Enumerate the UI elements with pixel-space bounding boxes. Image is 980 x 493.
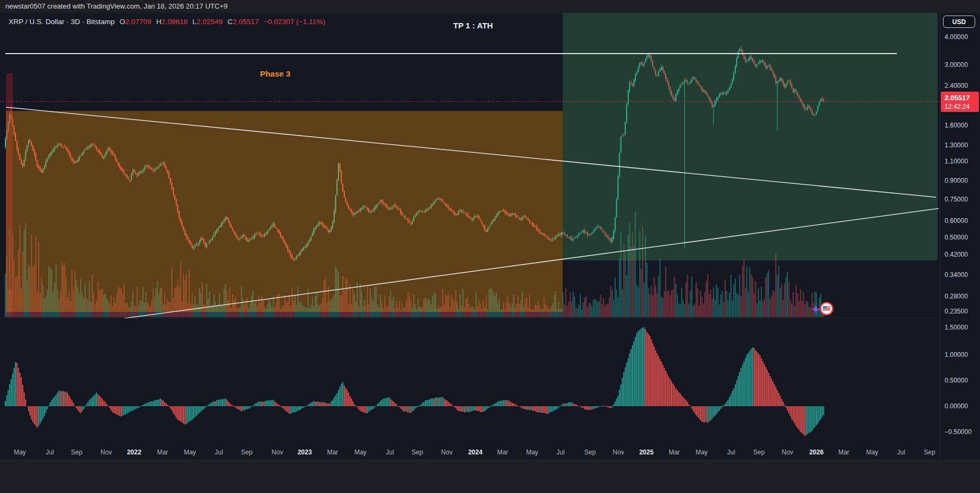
time-axis-month-label: Jul [719, 449, 743, 456]
time-axis-month-label: Mar [321, 449, 344, 456]
time-axis-month-label: Jul [207, 449, 231, 456]
time-axis-year-label: 2024 [463, 449, 487, 456]
time-axis-month-label: Nov [266, 449, 289, 456]
price-axis-label: 1.30000 [945, 141, 968, 150]
time-axis[interactable]: MayJulSepNov2022MarMayJulSepNov2023MarMa… [0, 446, 940, 459]
price-axis-label: 1.60000 [945, 121, 968, 130]
time-axis-month-label: Sep [235, 449, 259, 456]
ohlc-value: 2.07709 [125, 18, 151, 26]
time-axis-month-label: Jul [378, 449, 402, 456]
price-axis-label: 1.10000 [945, 157, 968, 166]
time-axis-month-label: May [860, 449, 884, 456]
separators-layer [0, 318, 980, 446]
time-axis-month-label: Nov [776, 449, 799, 456]
ohlc-label: C [227, 18, 233, 26]
price-axis-label: 0.75000 [945, 195, 968, 204]
green-zone-box[interactable] [563, 13, 938, 260]
us-flag-marker-icon[interactable] [821, 303, 833, 315]
price-axis-label: 0.60000 [945, 216, 968, 225]
price-axis-label: 4.00000 [945, 33, 968, 41]
watermark-bar: newstar0507 created with TradingView.com… [0, 0, 980, 13]
time-axis-month-label: Sep [747, 449, 771, 456]
time-axis-month-label: Nov [94, 449, 118, 456]
ohlc-value: 2.02549 [196, 18, 223, 26]
tradingview-chart-window: newstar0507 created with TradingView.com… [0, 0, 980, 493]
tp-annotation-text[interactable]: TP 1 : ATH [453, 21, 493, 30]
ohlc-label: O [120, 18, 126, 26]
orange-phase3-zone-box[interactable] [6, 111, 563, 312]
price-axis[interactable]: USD 2.05517 12:42:24 4.000003.000002.400… [940, 13, 980, 459]
ohlc-label: H [156, 18, 161, 26]
time-axis-month-label: May [520, 449, 544, 456]
price-axis-label: 3.00000 [945, 61, 968, 69]
time-axis-month-label: May [690, 449, 713, 456]
time-axis-month-label: Nov [607, 449, 630, 456]
time-axis-month-label: Mar [832, 449, 856, 456]
time-axis-month-label: Jul [38, 449, 62, 456]
bar-countdown: 12:42:24 [945, 102, 979, 111]
macd-axis-label: 1.00000 [945, 350, 968, 359]
time-axis-month-label: May [8, 449, 32, 456]
ohlc-value: 2.05517 [233, 18, 259, 26]
price-axis-label: 2.40000 [945, 81, 968, 90]
time-axis-year-label: 2022 [122, 449, 146, 456]
price-axis-label: 0.23500 [945, 307, 968, 316]
time-axis-month-label: Jul [549, 449, 572, 456]
price-axis-label: 0.34000 [945, 271, 968, 279]
time-axis-month-label: Mar [662, 449, 686, 456]
time-axis-month-label: Sep [65, 449, 89, 456]
time-axis-month-label: Mar [151, 449, 174, 456]
price-axis-label: 0.50000 [945, 233, 968, 242]
time-axis-month-label: Sep [578, 449, 602, 456]
phase-annotation-text[interactable]: Phase 3 [260, 69, 291, 78]
symbol-info-bar[interactable]: XRP / U.S. Dollar · 3D · BitstampO2.0770… [9, 18, 325, 26]
watermark-text: newstar0507 created with TradingView.com… [5, 2, 227, 10]
price-axis-label: 0.90000 [945, 176, 968, 185]
time-axis-month-label: May [349, 449, 372, 456]
last-price-value: 2.05517 [945, 93, 979, 102]
time-axis-month-label: Jul [889, 449, 913, 456]
time-axis-month-label: Mar [491, 449, 514, 456]
time-axis-year-label: 2023 [293, 449, 316, 456]
time-axis-month-label: May [178, 449, 202, 456]
time-axis-month-label: Sep [406, 449, 429, 456]
macd-axis-label: 1.50000 [945, 323, 968, 332]
time-axis-month-label: Nov [435, 449, 459, 456]
price-axis-label: 0.42000 [945, 250, 968, 259]
event-markers-layer [811, 303, 833, 315]
price-axis-label: 0.28000 [945, 292, 968, 301]
ohlc-values: O2.07709H2.08618L2.02549C2.05517 [115, 18, 259, 26]
time-axis-month-label: Sep [918, 449, 941, 456]
time-axis-year-label: 2025 [635, 449, 658, 456]
macd-axis-label: 0.00000 [945, 402, 968, 410]
macd-axis-label: 0.50000 [945, 376, 968, 385]
chart-canvas[interactable] [0, 0, 980, 493]
last-price-label: 2.05517 12:42:24 [941, 92, 979, 112]
ohlc-value: 2.08618 [161, 18, 188, 26]
macd-histogram-layer [5, 327, 824, 436]
bottom-bar: TradingView [0, 459, 980, 493]
macd-axis-label: −0.50000 [945, 428, 971, 436]
price-change: −0.02307 (−1.11%) [264, 18, 326, 26]
time-axis-year-label: 2026 [805, 449, 828, 456]
currency-usd-button[interactable]: USD [943, 16, 975, 28]
symbol-title: XRP / U.S. Dollar · 3D · Bitstamp [9, 18, 115, 26]
